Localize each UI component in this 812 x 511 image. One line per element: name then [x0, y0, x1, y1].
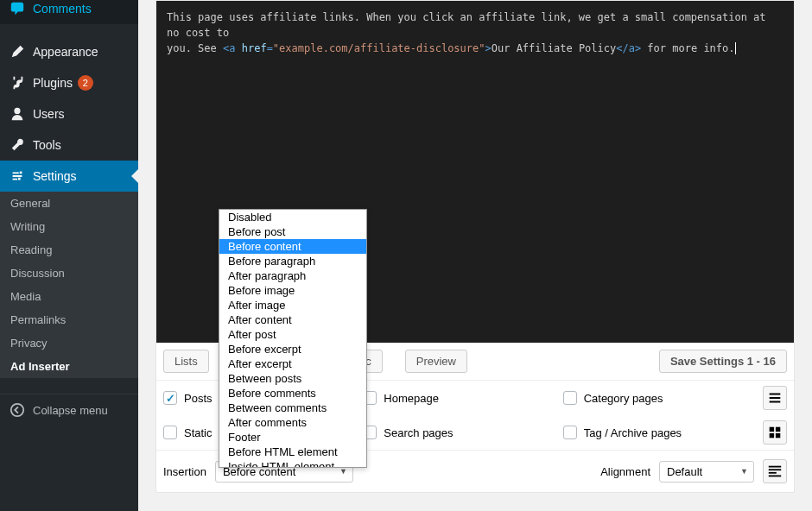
submenu-reading[interactable]: Reading [0, 238, 138, 262]
appearance-icon [9, 43, 26, 60]
submenu-general[interactable]: General [0, 192, 138, 215]
search-label: Search pages [384, 426, 453, 439]
static-label: Static [184, 426, 213, 439]
svg-point-2 [11, 404, 23, 416]
comments-icon [9, 0, 26, 17]
dropdown-item[interactable]: After excerpt [219, 356, 366, 371]
svg-rect-10 [769, 476, 781, 477]
plugins-icon [9, 74, 26, 91]
preview-button[interactable]: Preview [405, 350, 467, 373]
sidebar-label: Plugins [33, 76, 73, 90]
posts-label: Posts [184, 392, 213, 405]
svg-rect-1 [18, 178, 21, 180]
admin-sidebar: Comments Appearance Plugins 2 Users Tool… [0, 0, 138, 511]
submenu-permalinks[interactable]: Permalinks [0, 308, 138, 331]
save-settings-button[interactable]: Save Settings 1 - 16 [659, 350, 787, 373]
svg-rect-8 [769, 469, 781, 470]
dropdown-item[interactable]: Before HTML element [219, 445, 366, 459]
dropdown-item[interactable]: Before excerpt [219, 342, 366, 356]
category-checkbox[interactable] [563, 391, 577, 405]
dropdown-item[interactable]: Before image [219, 283, 366, 298]
sidebar-label: Settings [33, 169, 77, 183]
svg-rect-3 [770, 427, 774, 432]
sidebar-item-tools[interactable]: Tools [0, 129, 138, 161]
sidebar-item-comments[interactable]: Comments [0, 0, 138, 24]
settings-icon [9, 167, 26, 185]
sidebar-item-appearance[interactable]: Appearance [0, 36, 138, 67]
submenu-discussion[interactable]: Discussion [0, 262, 138, 285]
dropdown-item[interactable]: After post [219, 327, 366, 342]
sidebar-item-users[interactable]: Users [0, 98, 138, 129]
category-label: Category pages [584, 392, 663, 405]
dropdown-item[interactable]: Inside HTML element [219, 459, 366, 468]
lists-button[interactable]: Lists [163, 350, 209, 373]
dropdown-item[interactable]: After comments [219, 415, 366, 430]
submenu-writing[interactable]: Writing [0, 215, 138, 238]
dropdown-item[interactable]: Between comments [219, 401, 366, 415]
list-view-icon[interactable] [763, 386, 787, 410]
svg-rect-7 [769, 466, 781, 468]
submenu-media[interactable]: Media [0, 285, 138, 308]
sidebar-label: Comments [33, 2, 92, 16]
sidebar-label: Tools [33, 138, 61, 152]
submenu-privacy[interactable]: Privacy [0, 331, 138, 355]
dropdown-item[interactable]: Before post [219, 224, 366, 239]
dropdown-item[interactable]: Disabled [219, 210, 366, 224]
insertion-label: Insertion [163, 465, 206, 478]
users-icon [9, 105, 26, 123]
svg-rect-6 [776, 433, 780, 438]
sidebar-item-plugins[interactable]: Plugins 2 [0, 67, 138, 98]
dropdown-item[interactable]: After content [219, 312, 366, 327]
posts-checkbox[interactable] [163, 391, 177, 405]
dropdown-item[interactable]: Before paragraph [219, 254, 366, 268]
tag-checkbox[interactable] [563, 426, 577, 439]
dropdown-item[interactable]: After paragraph [219, 268, 366, 283]
collapse-menu[interactable]: Collapse menu [0, 394, 138, 426]
plugin-update-badge: 2 [78, 75, 93, 91]
settings-submenu: General Writing Reading Discussion Media… [0, 192, 138, 378]
collapse-icon [9, 401, 26, 419]
collapse-label: Collapse menu [33, 404, 108, 417]
sidebar-label: Appearance [33, 45, 98, 59]
svg-rect-0 [20, 172, 22, 174]
static-checkbox[interactable] [163, 426, 177, 439]
homepage-label: Homepage [384, 392, 439, 405]
alignment-label: Alignment [600, 465, 650, 478]
svg-rect-4 [776, 427, 780, 432]
svg-rect-5 [770, 433, 774, 438]
tag-label: Tag / Archive pages [584, 426, 682, 439]
dropdown-item[interactable]: Before comments [219, 386, 366, 401]
alignment-select[interactable]: Default [659, 461, 754, 483]
dropdown-item[interactable]: Between posts [219, 371, 366, 386]
svg-rect-9 [769, 472, 777, 474]
submenu-ad-inserter[interactable]: Ad Inserter [0, 355, 138, 378]
grid-view-icon[interactable] [763, 420, 787, 445]
dropdown-item[interactable]: After image [219, 298, 366, 312]
insertion-dropdown[interactable]: DisabledBefore postBefore contentBefore … [219, 209, 367, 468]
alignment-preview-icon[interactable] [763, 459, 787, 483]
dropdown-item[interactable]: Footer [219, 430, 366, 445]
tools-icon [9, 136, 26, 154]
dropdown-item[interactable]: Before content [219, 239, 366, 254]
sidebar-label: Users [33, 107, 65, 121]
sidebar-item-settings[interactable]: Settings [0, 161, 138, 192]
